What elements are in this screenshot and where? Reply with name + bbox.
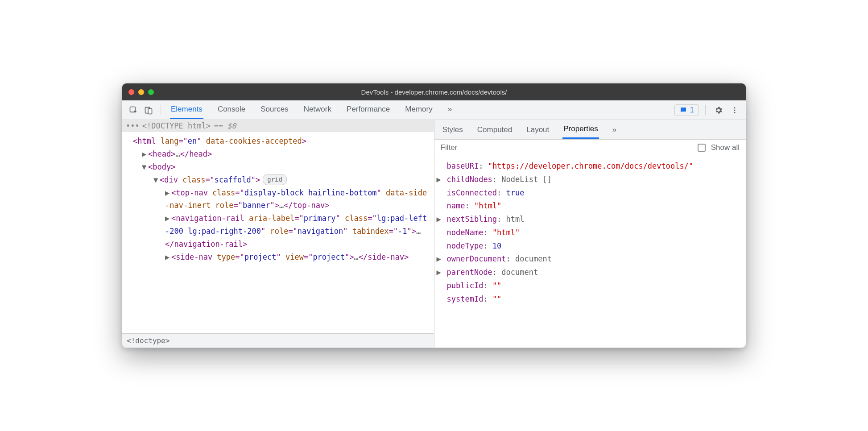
dom-tree[interactable]: <html lang="en" data-cookies-accepted> ▶… bbox=[122, 132, 434, 333]
svg-point-5 bbox=[734, 112, 736, 113]
tab-console[interactable]: Console bbox=[217, 101, 246, 119]
expand-arrow-icon[interactable]: ▶ bbox=[440, 253, 447, 266]
panel-tabs: Elements Console Sources Network Perform… bbox=[166, 101, 673, 119]
property-row[interactable]: publicId: "" bbox=[440, 279, 741, 293]
close-window-button[interactable] bbox=[128, 89, 134, 95]
dom-navigation-rail[interactable]: ▶<navigation-rail aria-label="primary" c… bbox=[126, 212, 430, 251]
issues-button[interactable]: 1 bbox=[674, 104, 699, 116]
properties-list[interactable]: baseURI: "https://developer.chrome.com/d… bbox=[434, 156, 746, 348]
minimize-window-button[interactable] bbox=[138, 89, 144, 95]
property-row[interactable]: ▶nextSibling: html bbox=[440, 213, 741, 226]
property-value: html bbox=[506, 215, 525, 224]
devtools-window: DevTools - developer.chrome.com/docs/dev… bbox=[122, 83, 746, 348]
show-all-label: Show all bbox=[711, 143, 740, 152]
svg-rect-2 bbox=[148, 108, 152, 114]
property-row[interactable]: nodeName: "html" bbox=[440, 226, 741, 240]
expand-arrow-icon[interactable]: ▶ bbox=[165, 251, 171, 264]
window-controls bbox=[128, 89, 154, 95]
property-key: childNodes bbox=[447, 175, 492, 184]
tab-network[interactable]: Network bbox=[303, 101, 332, 119]
property-row[interactable]: ▶parentNode: document bbox=[440, 266, 741, 279]
rtab-layout[interactable]: Layout bbox=[525, 121, 550, 138]
more-tabs-icon[interactable]: » bbox=[612, 121, 617, 138]
elements-panel: ••• <!DOCTYPE html> == $0 <html lang="en… bbox=[122, 120, 434, 348]
dom-side-nav[interactable]: ▶<side-nav type="project" view="project"… bbox=[126, 251, 430, 264]
expand-arrow-icon[interactable]: ▶ bbox=[440, 173, 447, 186]
property-row[interactable]: baseURI: "https://developer.chrome.com/d… bbox=[440, 160, 741, 173]
device-toolbar-icon[interactable] bbox=[142, 104, 155, 117]
expand-arrow-icon[interactable]: ▶ bbox=[440, 266, 447, 279]
property-key: name bbox=[447, 201, 465, 210]
property-row[interactable]: ▶childNodes: NodeList [] bbox=[440, 173, 741, 186]
tab-memory[interactable]: Memory bbox=[404, 101, 433, 119]
filter-row: Show all bbox=[434, 140, 746, 156]
property-key: nodeName bbox=[447, 228, 484, 237]
property-key: systemId bbox=[447, 294, 484, 303]
rtab-properties[interactable]: Properties bbox=[562, 120, 599, 139]
dom-top-nav[interactable]: ▶<top-nav class="display-block hairline-… bbox=[126, 186, 430, 212]
grid-badge[interactable]: grid bbox=[263, 174, 287, 186]
filter-input[interactable] bbox=[441, 143, 692, 152]
dom-html-open[interactable]: <html lang="en" data-cookies-accepted> bbox=[126, 135, 430, 148]
property-key: nextSibling bbox=[447, 215, 497, 224]
expand-arrow-icon[interactable]: ▶ bbox=[440, 213, 447, 226]
property-value: 10 bbox=[492, 241, 501, 250]
property-value: "https://developer.chrome.com/docs/devto… bbox=[488, 162, 694, 170]
property-value: "html" bbox=[492, 228, 520, 237]
property-value: "" bbox=[492, 294, 501, 303]
toolbar-separator bbox=[705, 105, 706, 115]
tab-elements[interactable]: Elements bbox=[170, 101, 203, 119]
issues-count: 1 bbox=[690, 106, 694, 114]
main-area: ••• <!DOCTYPE html> == $0 <html lang="en… bbox=[122, 120, 746, 348]
property-value: "html" bbox=[474, 201, 501, 210]
property-key: parentNode bbox=[447, 268, 492, 277]
property-key: isConnected bbox=[447, 188, 497, 197]
toolbar-right: 1 bbox=[674, 104, 741, 117]
dom-body-open[interactable]: ▼<body> bbox=[126, 161, 430, 174]
more-options-icon[interactable] bbox=[728, 104, 741, 117]
rtab-computed[interactable]: Computed bbox=[476, 121, 513, 138]
property-row[interactable]: name: "html" bbox=[440, 199, 741, 213]
breadcrumb[interactable]: <!doctype> bbox=[122, 333, 434, 348]
settings-icon[interactable] bbox=[712, 104, 725, 117]
expand-arrow-icon[interactable]: ▶ bbox=[165, 186, 171, 199]
selected-node-text: <!DOCTYPE html> bbox=[142, 121, 211, 130]
property-value: document bbox=[501, 268, 538, 277]
window-title: DevTools - developer.chrome.com/docs/dev… bbox=[122, 88, 746, 96]
property-row[interactable]: ▶ownerDocument: document bbox=[440, 253, 741, 266]
selected-node-row[interactable]: ••• <!DOCTYPE html> == $0 bbox=[122, 120, 434, 132]
show-all-checkbox[interactable] bbox=[698, 144, 706, 152]
property-row[interactable]: nodeType: 10 bbox=[440, 240, 741, 253]
tab-performance[interactable]: Performance bbox=[346, 101, 391, 119]
sidebar-tabs: Styles Computed Layout Properties » bbox=[434, 120, 746, 140]
property-row[interactable]: isConnected: true bbox=[440, 186, 741, 200]
toolbar-separator bbox=[161, 105, 161, 115]
expand-arrow-icon[interactable]: ▶ bbox=[142, 148, 148, 161]
collapse-arrow-icon[interactable]: ▼ bbox=[142, 161, 148, 174]
dom-div-scaffold[interactable]: ▼<div class="scaffold">grid bbox=[126, 174, 430, 186]
main-toolbar: Elements Console Sources Network Perform… bbox=[122, 100, 746, 120]
collapse-arrow-icon[interactable]: ▼ bbox=[153, 174, 160, 186]
property-key: baseURI bbox=[447, 162, 479, 170]
property-key: nodeType bbox=[447, 241, 484, 250]
dom-head[interactable]: ▶<head>…</head> bbox=[126, 148, 430, 161]
expand-arrow-icon[interactable]: ▶ bbox=[165, 212, 171, 225]
property-value: true bbox=[506, 188, 525, 197]
property-value: NodeList [] bbox=[501, 175, 552, 184]
property-key: publicId bbox=[447, 281, 484, 290]
property-value: document bbox=[515, 254, 552, 263]
breadcrumb-item[interactable]: <!doctype> bbox=[127, 336, 169, 345]
tab-sources[interactable]: Sources bbox=[260, 101, 289, 119]
selected-node-ref: == $0 bbox=[213, 121, 236, 130]
titlebar: DevTools - developer.chrome.com/docs/dev… bbox=[122, 83, 746, 100]
inspect-element-icon[interactable] bbox=[127, 104, 140, 117]
property-value: "" bbox=[492, 281, 501, 290]
svg-point-4 bbox=[734, 109, 736, 111]
zoom-window-button[interactable] bbox=[148, 89, 154, 95]
rtab-styles[interactable]: Styles bbox=[442, 121, 464, 138]
ellipsis-icon: ••• bbox=[126, 121, 140, 130]
more-tabs-icon[interactable]: » bbox=[447, 101, 453, 119]
sidebar-panel: Styles Computed Layout Properties » Show… bbox=[434, 120, 746, 348]
property-row[interactable]: systemId: "" bbox=[440, 293, 741, 306]
svg-point-3 bbox=[734, 107, 736, 108]
